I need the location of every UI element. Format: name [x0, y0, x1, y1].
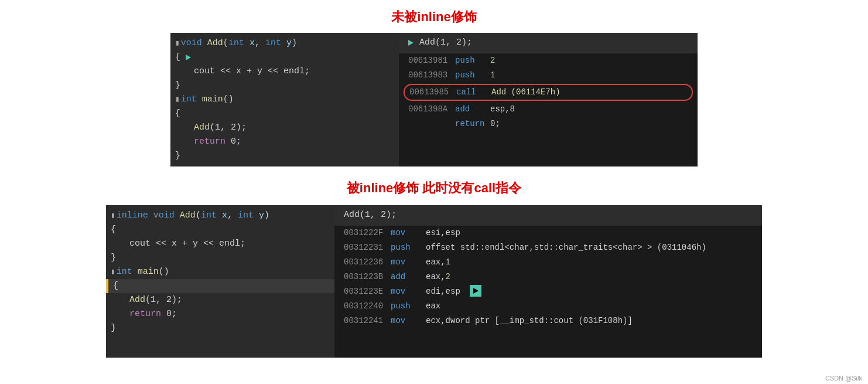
- code-line-main-b: ▮ int main (): [106, 265, 334, 279]
- asm-op-b1: mov: [391, 226, 426, 240]
- top-section: ▮ void Add ( int x , int y ) { cout << x…: [0, 33, 868, 166]
- kw-int2: int: [265, 36, 286, 50]
- asm-op-b5: mov: [391, 285, 426, 298]
- kw-inline: inline: [117, 209, 153, 223]
- asm-row-b7: 00312241 mov ecx,dword ptr [__imp_std::c…: [334, 314, 762, 328]
- param-y: y: [286, 36, 292, 50]
- asm-addr-b3: 00312236: [344, 256, 391, 269]
- asm-row-call: 00613985 call Add (06114E7h): [404, 84, 693, 101]
- code-line-add-call-b: Add (1, 2);: [106, 293, 334, 307]
- top-annotation-label: 未被inline修饰: [0, 5, 868, 28]
- num: 2: [490, 56, 495, 65]
- brace-open2: {: [175, 107, 180, 121]
- asm-arg: esp,8: [490, 103, 515, 116]
- keyword-void: void: [181, 36, 207, 50]
- brace-close: }: [175, 79, 180, 93]
- collapse-icon[interactable]: ▮: [175, 38, 180, 50]
- asm-op-b4: add: [391, 270, 426, 284]
- collapse-icon2[interactable]: ▮: [175, 94, 180, 106]
- kw-int-b: int: [201, 209, 222, 223]
- code-line-close-b: }: [106, 251, 334, 265]
- asm-op: return: [455, 117, 490, 131]
- asm-arg-b7: ecx,dword ptr [__imp_std::cout (031F108h…: [426, 314, 633, 328]
- asm-addr-b1: 0031222F: [344, 226, 391, 240]
- asm-addr: 00613981: [408, 54, 455, 67]
- fn-add: Add: [207, 36, 223, 50]
- asm-op-b7: mov: [391, 314, 426, 328]
- asm-op-call: call: [456, 86, 491, 99]
- asm-row-4: 0061398A add esp,8: [399, 102, 698, 117]
- punct-b2: ,: [227, 209, 238, 223]
- add-call: Add: [194, 121, 210, 135]
- param-y-b: y: [259, 209, 264, 223]
- asm-row-1: 00613981 push 2: [399, 53, 698, 68]
- code-line-cout: cout << x + y << endl;: [170, 64, 399, 79]
- code-line-brace: {: [170, 50, 399, 64]
- asm-addr-b6: 00312240: [344, 300, 391, 313]
- asm-arg: 0;: [490, 117, 500, 131]
- play-btn-b5[interactable]: [470, 285, 481, 297]
- punct: ,: [255, 36, 265, 50]
- code-line-main: ▮ int main (): [170, 93, 399, 107]
- asm-addr-b7: 00312241: [344, 314, 391, 328]
- asm-addr-b4: 0031223B: [344, 270, 391, 284]
- asm-row-b2: 00312231 push offset std::endl<char,std:…: [334, 240, 762, 255]
- asm-op: push: [455, 54, 490, 67]
- collapse-icon-main-b[interactable]: ▮: [111, 266, 115, 278]
- asm-row-b4: 0031223B add eax,2: [334, 270, 762, 284]
- asm-op: push: [455, 69, 490, 82]
- bottom-section: ▮ inline void Add ( int x , int y ) { co…: [0, 205, 868, 358]
- bottom-asm-panel: Add(1, 2); 0031222F mov esi,esp 00312231…: [334, 205, 762, 358]
- num-b4: 2: [446, 272, 450, 281]
- code-line-main-brace: {: [170, 107, 399, 121]
- asm-row-b3: 00312236 mov eax,1: [334, 255, 762, 270]
- asm-row-call-wrapper: 00613985 call Add (06114E7h): [404, 84, 693, 101]
- code-line-close-main-b: }: [106, 321, 334, 335]
- asm-row-5: return 0;: [399, 117, 698, 131]
- brace-open-main-b: {: [113, 279, 118, 293]
- cout-text-b: cout << x + y << endl;: [129, 237, 245, 251]
- top-asm-panel: Add(1, 2); 00613981 push 2 00613983 push…: [399, 33, 698, 166]
- code-line-add-call: Add (1, 2);: [170, 121, 399, 135]
- return-val: 0;: [231, 135, 241, 149]
- add-call-b: Add: [129, 293, 145, 307]
- asm-arg-b1: esi,esp: [426, 226, 460, 240]
- code-line-close2: }: [170, 149, 399, 163]
- param-x-b: x: [222, 209, 227, 223]
- play-arrow-icon: [186, 55, 191, 60]
- watermark: CSDN @Silk: [825, 375, 862, 382]
- fn-add-b: Add: [180, 209, 196, 223]
- punct-b3: ): [264, 209, 269, 223]
- asm-op-b6: push: [391, 300, 426, 313]
- asm-arg-b3: eax,1: [426, 256, 450, 269]
- fn-main-b: main: [138, 265, 159, 279]
- asm-addr-b2: 00312231: [344, 241, 391, 254]
- kw-int-b2: int: [238, 209, 259, 223]
- code-line-return: return 0;: [170, 135, 399, 149]
- code-line: ▮ void Add ( int x , int y ): [170, 36, 399, 50]
- code-line-cout-b: cout << x + y << endl;: [106, 237, 334, 251]
- asm-addr: 0061398A: [408, 103, 455, 116]
- code-line-brace-b: {: [106, 223, 334, 237]
- asm-arg-b6: eax: [426, 300, 440, 313]
- asm-addr: [408, 117, 455, 131]
- punct-call: (1, 2);: [210, 121, 247, 135]
- kw-int: int: [228, 36, 250, 50]
- code-line-close1: }: [170, 79, 399, 93]
- num-b3: 1: [446, 257, 450, 267]
- play-icon-asm: [408, 40, 414, 46]
- asm-arg: 1: [490, 69, 495, 82]
- param-x: x: [250, 36, 255, 50]
- asm-addr-call: 00613985: [409, 86, 456, 99]
- kw-void-b: void: [153, 209, 180, 223]
- asm-arg-b4: eax,2: [426, 270, 450, 284]
- punct-b: (: [196, 209, 201, 223]
- asm-addr-b5: 0031223E: [344, 285, 391, 298]
- asm-row-b5: 0031223E mov edi,esp: [334, 284, 762, 299]
- yellow-bar: [106, 279, 108, 293]
- brace-close-main-b: }: [111, 321, 116, 335]
- asm-row-b1: 0031222F mov esi,esp: [334, 226, 762, 240]
- collapse-icon-b[interactable]: ▮: [111, 210, 115, 222]
- asm-arg-b5: edi,esp: [426, 285, 465, 298]
- code-line-inline: ▮ inline void Add ( int x , int y ): [106, 209, 334, 223]
